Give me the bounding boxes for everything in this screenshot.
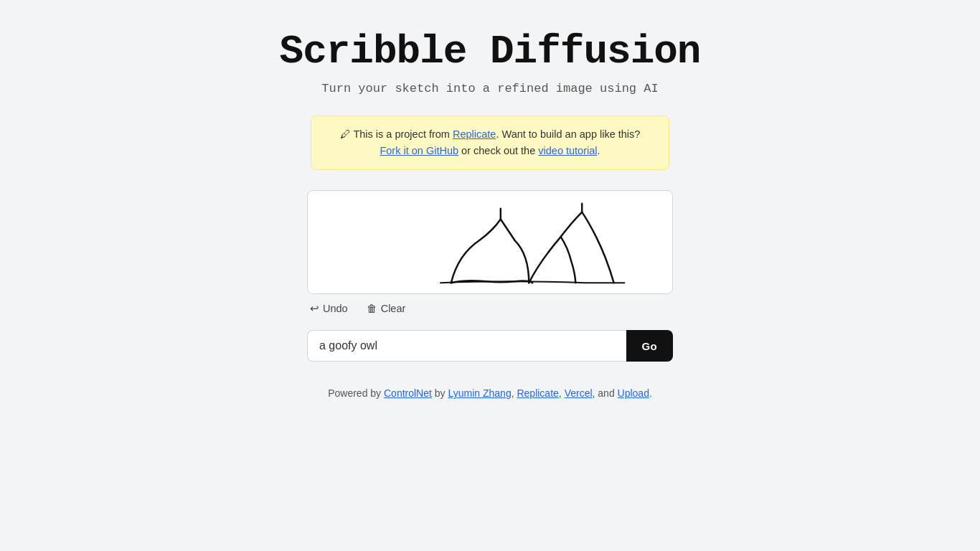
and-text: , and bbox=[593, 387, 618, 399]
clear-icon: 🗑 bbox=[367, 303, 377, 314]
prompt-input[interactable] bbox=[307, 330, 626, 362]
undo-icon: ↩ bbox=[310, 303, 319, 314]
undo-label: Undo bbox=[323, 303, 348, 314]
notice-banner: 🖊 This is a project from Replicate. Want… bbox=[311, 116, 669, 170]
footer: Powered by ControlNet by Lyumin Zhang, R… bbox=[328, 387, 652, 399]
powered-by-text: Powered by bbox=[328, 387, 384, 399]
canvas-controls: ↩ Undo 🗑 Clear bbox=[307, 301, 673, 316]
lyumin-link[interactable]: Lyumin Zhang bbox=[448, 387, 511, 399]
github-link[interactable]: Fork it on GitHub bbox=[380, 145, 458, 156]
comma2: , bbox=[559, 387, 565, 399]
clear-label: Clear bbox=[381, 303, 406, 314]
replicate-link[interactable]: Replicate bbox=[453, 128, 496, 140]
vercel-link[interactable]: Vercel bbox=[565, 387, 593, 399]
page-title: Scribble Diffusion bbox=[280, 29, 701, 75]
notice-text-end: . bbox=[598, 145, 600, 156]
notice-emoji: 🖊 bbox=[340, 128, 351, 140]
page-subtitle: Turn your sketch into a refined image us… bbox=[321, 82, 658, 95]
sketch-canvas[interactable] bbox=[307, 190, 673, 294]
footer-replicate-link[interactable]: Replicate bbox=[517, 387, 558, 399]
clear-button[interactable]: 🗑 Clear bbox=[364, 301, 409, 316]
notice-text-before: This is a project from bbox=[351, 128, 453, 140]
notice-text-middle: . Want to build an app like this? bbox=[496, 128, 640, 140]
period: . bbox=[649, 387, 652, 399]
upload-link[interactable]: Upload bbox=[618, 387, 649, 399]
go-button[interactable]: Go bbox=[626, 330, 673, 362]
tutorial-link[interactable]: video tutorial bbox=[538, 145, 597, 156]
prompt-row: Go bbox=[307, 330, 673, 362]
undo-button[interactable]: ↩ Undo bbox=[307, 301, 351, 316]
by-text: by bbox=[432, 387, 448, 399]
controlnet-link[interactable]: ControlNet bbox=[384, 387, 432, 399]
notice-text-or: or check out the bbox=[458, 145, 538, 156]
